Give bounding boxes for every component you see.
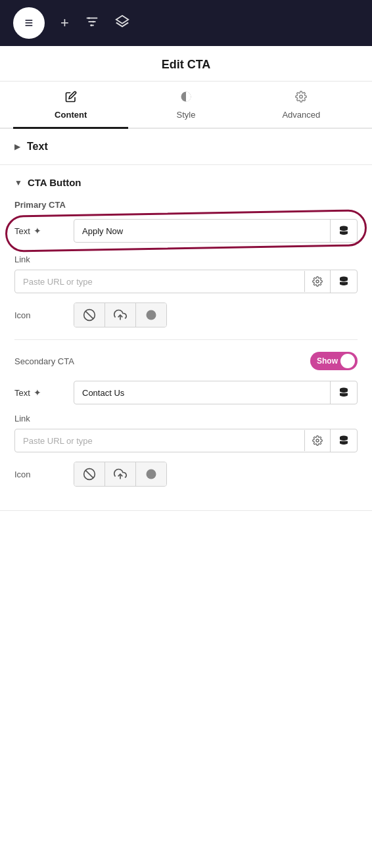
primary-link-settings-btn[interactable]	[304, 271, 330, 292]
elementor-logo[interactable]: ≡	[13, 7, 45, 39]
panel-header: Edit CTA	[0, 46, 372, 82]
divider-1	[14, 339, 358, 340]
primary-text-row: Text ✦	[14, 219, 358, 243]
secondary-icon-circle-btn[interactable]	[136, 462, 166, 486]
secondary-link-input-group	[14, 429, 358, 452]
chevron-right-icon: ▶	[14, 142, 20, 151]
edit-panel: Edit CTA Content Style	[0, 46, 372, 868]
svg-point-17	[316, 439, 319, 442]
secondary-link-settings-btn[interactable]	[304, 430, 330, 451]
navbar: ≡ +	[0, 0, 372, 46]
primary-icon-buttons	[74, 302, 167, 327]
filter-icon[interactable]	[85, 14, 99, 32]
secondary-link-section: Link	[14, 414, 358, 452]
secondary-text-label: Text ✦	[14, 387, 74, 398]
pencil-icon	[65, 91, 77, 106]
secondary-text-input-group	[74, 381, 358, 404]
tab-content[interactable]: Content	[13, 82, 128, 128]
secondary-link-label: Link	[14, 414, 358, 423]
svg-point-4	[92, 20, 94, 22]
secondary-icon-buttons	[74, 462, 167, 487]
svg-point-8	[300, 95, 303, 99]
svg-marker-6	[116, 15, 128, 23]
secondary-cta-toggle-row: Secondary CTA Show	[14, 352, 358, 370]
tab-style[interactable]: Style	[128, 82, 243, 128]
chevron-down-icon: ▼	[14, 178, 22, 187]
svg-line-13	[85, 311, 93, 319]
svg-point-15	[147, 310, 156, 320]
gear-icon	[295, 91, 307, 106]
primary-icon-upload-btn[interactable]	[105, 303, 136, 327]
primary-link-stack-btn[interactable]	[330, 270, 357, 293]
secondary-icon-row: Icon	[14, 462, 358, 487]
toggle-show-label: Show	[317, 356, 338, 366]
add-icon[interactable]: +	[60, 14, 69, 32]
svg-point-22	[147, 470, 156, 479]
sparkle-icon-2: ✦	[34, 387, 41, 398]
tab-advanced[interactable]: Advanced	[244, 82, 359, 128]
svg-point-5	[91, 24, 93, 26]
primary-text-stack-btn[interactable]	[330, 220, 357, 242]
secondary-text-stack-btn[interactable]	[330, 381, 357, 404]
secondary-icon-label: Icon	[14, 470, 74, 479]
svg-point-10	[316, 280, 319, 283]
primary-text-input-group	[74, 219, 358, 243]
tab-style-label: Style	[177, 110, 196, 120]
tabs-bar: Content Style Advanced	[0, 82, 372, 129]
primary-link-input[interactable]	[15, 271, 304, 293]
tab-advanced-label: Advanced	[282, 110, 320, 120]
primary-text-input[interactable]	[74, 220, 330, 242]
svg-line-20	[85, 470, 93, 478]
secondary-text-row: Text ✦	[14, 381, 358, 404]
secondary-cta-toggle[interactable]: Show	[310, 352, 358, 370]
cta-button-section: ▼ CTA Button Primary CTA Text ✦	[0, 165, 372, 511]
svg-point-3	[88, 17, 90, 19]
sparkle-icon: ✦	[34, 226, 41, 236]
toggle-circle	[340, 354, 355, 368]
secondary-text-input[interactable]	[74, 382, 330, 404]
text-section-title: Text	[27, 141, 48, 153]
half-circle-icon	[180, 91, 192, 106]
primary-icon-label: Icon	[14, 310, 74, 320]
layers-icon[interactable]	[115, 14, 129, 32]
primary-icon-row: Icon	[14, 302, 358, 327]
primary-icon-circle-btn[interactable]	[136, 303, 166, 327]
secondary-icon-upload-btn[interactable]	[105, 462, 136, 486]
primary-link-section: Link	[14, 254, 358, 293]
primary-text-label: Text ✦	[14, 226, 74, 236]
primary-link-input-group	[14, 270, 358, 293]
cta-button-title: ▼ CTA Button	[14, 177, 358, 188]
panel-title: Edit CTA	[162, 58, 211, 71]
primary-link-label: Link	[14, 254, 358, 264]
primary-icon-none-btn[interactable]	[74, 303, 105, 327]
tab-content-label: Content	[55, 110, 87, 120]
text-section-header[interactable]: ▶ Text	[0, 129, 372, 165]
primary-cta-label: Primary CTA	[14, 200, 358, 210]
secondary-icon-none-btn[interactable]	[74, 462, 105, 486]
secondary-link-input[interactable]	[15, 430, 304, 452]
secondary-link-stack-btn[interactable]	[330, 429, 357, 452]
secondary-cta-label: Secondary CTA	[14, 356, 74, 366]
